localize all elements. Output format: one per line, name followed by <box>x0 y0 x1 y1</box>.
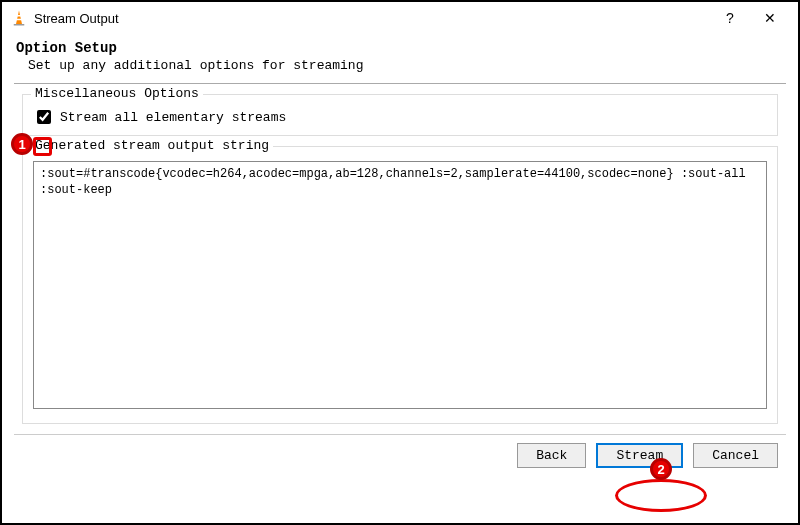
output-string-legend: Generated stream output string <box>31 138 273 153</box>
option-setup-description: Set up any additional options for stream… <box>16 56 784 73</box>
title-bar: Stream Output ? ✕ <box>2 2 798 34</box>
back-button[interactable]: Back <box>517 443 586 468</box>
window-title: Stream Output <box>34 11 119 26</box>
option-setup-header: Option Setup Set up any additional optio… <box>2 34 798 83</box>
output-string-textarea[interactable] <box>33 161 767 409</box>
annotation-oval-2 <box>615 479 707 512</box>
svg-marker-0 <box>16 11 22 25</box>
header-separator <box>14 83 786 84</box>
vlc-cone-icon <box>10 9 28 27</box>
footer-separator <box>14 434 786 435</box>
footer-buttons: Back Stream Cancel <box>2 443 798 478</box>
svg-rect-3 <box>14 24 25 26</box>
stream-all-row[interactable]: Stream all elementary streams <box>33 107 767 127</box>
option-setup-title: Option Setup <box>16 40 784 56</box>
misc-options-group: Miscellaneous Options Stream all element… <box>22 94 778 136</box>
svg-rect-1 <box>17 15 22 17</box>
stream-all-label: Stream all elementary streams <box>60 110 286 125</box>
close-button[interactable]: ✕ <box>750 10 790 26</box>
stream-all-checkbox[interactable] <box>37 110 51 124</box>
svg-rect-2 <box>16 19 22 21</box>
help-button[interactable]: ? <box>710 10 750 26</box>
cancel-button[interactable]: Cancel <box>693 443 778 468</box>
output-string-group: Generated stream output string <box>22 146 778 424</box>
misc-options-legend: Miscellaneous Options <box>31 86 203 101</box>
stream-button[interactable]: Stream <box>596 443 683 468</box>
